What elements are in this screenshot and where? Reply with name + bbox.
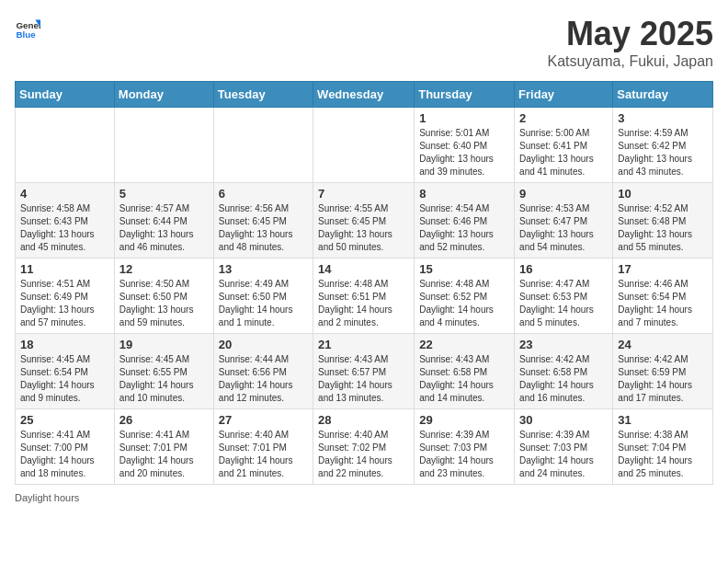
day-info: Sunrise: 4:45 AMSunset: 6:55 PMDaylight:… xyxy=(119,353,209,405)
day-header-sunday: Sunday xyxy=(16,82,115,108)
day-info: Sunrise: 4:52 AMSunset: 6:48 PMDaylight:… xyxy=(618,202,708,254)
day-info: Sunrise: 4:49 AMSunset: 6:50 PMDaylight:… xyxy=(219,278,308,329)
day-info: Sunrise: 4:41 AMSunset: 7:01 PMDaylight:… xyxy=(119,429,209,480)
day-number: 24 xyxy=(618,338,708,351)
day-number: 31 xyxy=(618,413,708,427)
day-number: 25 xyxy=(20,413,109,427)
subtitle: Katsuyama, Fukui, Japan xyxy=(547,53,713,70)
calendar-week-5: 25Sunrise: 4:41 AMSunset: 7:00 PMDayligh… xyxy=(16,409,713,485)
calendar-cell: 19Sunrise: 4:45 AMSunset: 6:55 PMDayligh… xyxy=(114,334,213,409)
day-header-wednesday: Wednesday xyxy=(313,82,415,108)
day-header-saturday: Saturday xyxy=(613,82,713,108)
calendar-cell xyxy=(16,108,115,183)
day-number: 15 xyxy=(419,262,509,276)
day-header-friday: Friday xyxy=(515,82,613,108)
day-headers-row: SundayMondayTuesdayWednesdayThursdayFrid… xyxy=(16,82,713,108)
day-number: 4 xyxy=(20,187,109,201)
day-number: 1 xyxy=(419,111,509,125)
day-number: 20 xyxy=(219,338,308,351)
day-info: Sunrise: 4:43 AMSunset: 6:58 PMDaylight:… xyxy=(419,353,509,405)
calendar-cell: 14Sunrise: 4:48 AMSunset: 6:51 PMDayligh… xyxy=(313,259,415,334)
day-info: Sunrise: 4:42 AMSunset: 6:58 PMDaylight:… xyxy=(519,353,608,405)
calendar-cell: 15Sunrise: 4:48 AMSunset: 6:52 PMDayligh… xyxy=(415,259,515,334)
day-number: 30 xyxy=(519,413,608,427)
calendar-week-2: 4Sunrise: 4:58 AMSunset: 6:43 PMDaylight… xyxy=(16,183,713,259)
day-number: 2 xyxy=(519,111,608,125)
day-info: Sunrise: 4:40 AMSunset: 7:02 PMDaylight:… xyxy=(318,429,409,480)
day-info: Sunrise: 4:54 AMSunset: 6:46 PMDaylight:… xyxy=(419,202,509,254)
calendar-cell: 3Sunrise: 4:59 AMSunset: 6:42 PMDaylight… xyxy=(613,108,713,183)
calendar-cell: 25Sunrise: 4:41 AMSunset: 7:00 PMDayligh… xyxy=(16,409,115,485)
day-number: 22 xyxy=(419,338,509,351)
day-info: Sunrise: 4:45 AMSunset: 6:54 PMDaylight:… xyxy=(20,353,109,405)
calendar-cell: 13Sunrise: 4:49 AMSunset: 6:50 PMDayligh… xyxy=(213,259,313,334)
day-number: 16 xyxy=(519,262,608,276)
day-number: 12 xyxy=(119,262,209,276)
calendar-cell: 27Sunrise: 4:40 AMSunset: 7:01 PMDayligh… xyxy=(213,409,313,485)
calendar-header: SundayMondayTuesdayWednesdayThursdayFrid… xyxy=(16,82,713,108)
day-number: 27 xyxy=(219,413,308,427)
calendar-cell: 24Sunrise: 4:42 AMSunset: 6:59 PMDayligh… xyxy=(613,334,713,409)
daylight-note: Daylight hours xyxy=(15,492,79,503)
day-info: Sunrise: 4:42 AMSunset: 6:59 PMDaylight:… xyxy=(618,353,708,405)
day-info: Sunrise: 4:51 AMSunset: 6:49 PMDaylight:… xyxy=(20,278,109,329)
main-title: May 2025 xyxy=(547,15,713,53)
day-number: 23 xyxy=(519,338,608,351)
day-number: 14 xyxy=(318,262,409,276)
day-number: 11 xyxy=(20,262,109,276)
calendar-table: SundayMondayTuesdayWednesdayThursdayFrid… xyxy=(15,81,713,485)
day-info: Sunrise: 4:59 AMSunset: 6:42 PMDaylight:… xyxy=(618,127,708,178)
calendar-cell xyxy=(313,108,415,183)
day-info: Sunrise: 4:39 AMSunset: 7:03 PMDaylight:… xyxy=(519,429,608,480)
calendar-cell: 17Sunrise: 4:46 AMSunset: 6:54 PMDayligh… xyxy=(613,259,713,334)
day-number: 9 xyxy=(519,187,608,201)
calendar-cell: 5Sunrise: 4:57 AMSunset: 6:44 PMDaylight… xyxy=(114,183,213,259)
footer-note: Daylight hours xyxy=(15,492,713,503)
day-number: 21 xyxy=(318,338,409,351)
calendar-cell: 16Sunrise: 4:47 AMSunset: 6:53 PMDayligh… xyxy=(515,259,613,334)
calendar-cell: 29Sunrise: 4:39 AMSunset: 7:03 PMDayligh… xyxy=(415,409,515,485)
calendar-cell: 23Sunrise: 4:42 AMSunset: 6:58 PMDayligh… xyxy=(515,334,613,409)
calendar-cell: 30Sunrise: 4:39 AMSunset: 7:03 PMDayligh… xyxy=(515,409,613,485)
calendar-cell xyxy=(114,108,213,183)
calendar-cell: 28Sunrise: 4:40 AMSunset: 7:02 PMDayligh… xyxy=(313,409,415,485)
calendar-cell: 4Sunrise: 4:58 AMSunset: 6:43 PMDaylight… xyxy=(16,183,115,259)
day-number: 7 xyxy=(318,187,409,201)
day-info: Sunrise: 4:48 AMSunset: 6:51 PMDaylight:… xyxy=(318,278,409,329)
day-info: Sunrise: 4:46 AMSunset: 6:54 PMDaylight:… xyxy=(618,278,708,329)
day-info: Sunrise: 4:53 AMSunset: 6:47 PMDaylight:… xyxy=(519,202,608,254)
day-info: Sunrise: 4:47 AMSunset: 6:53 PMDaylight:… xyxy=(519,278,608,329)
day-info: Sunrise: 4:48 AMSunset: 6:52 PMDaylight:… xyxy=(419,278,509,329)
day-number: 6 xyxy=(219,187,308,201)
calendar-cell: 18Sunrise: 4:45 AMSunset: 6:54 PMDayligh… xyxy=(16,334,115,409)
day-info: Sunrise: 5:01 AMSunset: 6:40 PMDaylight:… xyxy=(419,127,509,178)
calendar-cell: 12Sunrise: 4:50 AMSunset: 6:50 PMDayligh… xyxy=(114,259,213,334)
calendar-cell: 11Sunrise: 4:51 AMSunset: 6:49 PMDayligh… xyxy=(16,259,115,334)
calendar-cell: 10Sunrise: 4:52 AMSunset: 6:48 PMDayligh… xyxy=(613,183,713,259)
logo: General Blue xyxy=(15,15,40,40)
day-info: Sunrise: 4:56 AMSunset: 6:45 PMDaylight:… xyxy=(219,202,308,254)
logo-icon: General Blue xyxy=(15,15,40,40)
header: General Blue May 2025 Katsuyama, Fukui, … xyxy=(15,15,713,70)
calendar-cell: 26Sunrise: 4:41 AMSunset: 7:01 PMDayligh… xyxy=(114,409,213,485)
calendar-week-3: 11Sunrise: 4:51 AMSunset: 6:49 PMDayligh… xyxy=(16,259,713,334)
day-number: 19 xyxy=(119,338,209,351)
day-info: Sunrise: 4:44 AMSunset: 6:56 PMDaylight:… xyxy=(219,353,308,405)
day-number: 28 xyxy=(318,413,409,427)
calendar-cell xyxy=(213,108,313,183)
day-info: Sunrise: 4:57 AMSunset: 6:44 PMDaylight:… xyxy=(119,202,209,254)
day-number: 17 xyxy=(618,262,708,276)
day-number: 5 xyxy=(119,187,209,201)
svg-text:Blue: Blue xyxy=(16,29,36,40)
calendar-body: 1Sunrise: 5:01 AMSunset: 6:40 PMDaylight… xyxy=(16,108,713,485)
day-header-monday: Monday xyxy=(114,82,213,108)
calendar-week-1: 1Sunrise: 5:01 AMSunset: 6:40 PMDaylight… xyxy=(16,108,713,183)
day-number: 18 xyxy=(20,338,109,351)
day-header-tuesday: Tuesday xyxy=(213,82,313,108)
calendar-cell: 1Sunrise: 5:01 AMSunset: 6:40 PMDaylight… xyxy=(415,108,515,183)
day-info: Sunrise: 4:50 AMSunset: 6:50 PMDaylight:… xyxy=(119,278,209,329)
calendar-cell: 21Sunrise: 4:43 AMSunset: 6:57 PMDayligh… xyxy=(313,334,415,409)
calendar-cell: 20Sunrise: 4:44 AMSunset: 6:56 PMDayligh… xyxy=(213,334,313,409)
title-area: May 2025 Katsuyama, Fukui, Japan xyxy=(547,15,713,70)
calendar-cell: 22Sunrise: 4:43 AMSunset: 6:58 PMDayligh… xyxy=(415,334,515,409)
